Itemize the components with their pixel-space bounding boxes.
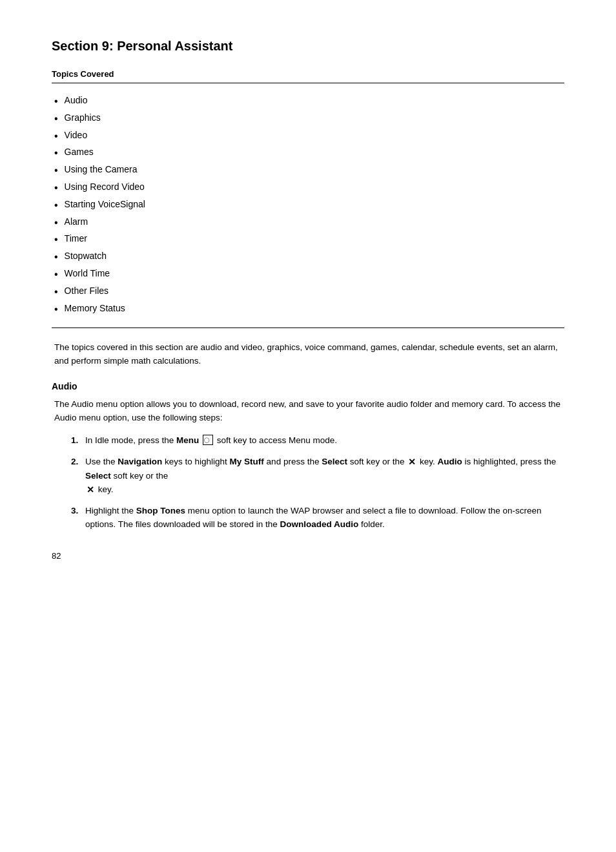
list-item: Alarm — [52, 216, 564, 230]
step-1: 1. In Idle mode, press the Menu ⃝ soft k… — [71, 434, 564, 448]
list-item: Audio — [52, 95, 564, 109]
x-key-icon-2: ✕ — [87, 483, 94, 497]
list-item: Graphics — [52, 112, 564, 126]
downloaded-audio-label: Downloaded Audio — [280, 519, 358, 529]
bottom-divider — [52, 327, 564, 328]
section-title: Section 9: Personal Assistant — [52, 39, 564, 54]
select-label-1: Select — [322, 457, 347, 466]
menu-icon: ⃝ — [203, 435, 213, 445]
list-item: World Time — [52, 268, 564, 282]
list-item: Stopwatch — [52, 251, 564, 264]
audio-body-text: The Audio menu option allows you to down… — [52, 398, 564, 425]
list-item: Using Record Video — [52, 182, 564, 195]
topics-list: Audio Graphics Video Games Using the Cam… — [52, 95, 564, 316]
list-item: Using the Camera — [52, 164, 564, 178]
step-2-number: 2. — [71, 455, 85, 469]
steps-list: 1. In Idle mode, press the Menu ⃝ soft k… — [52, 434, 564, 532]
step-3: 3. Highlight the Shop Tones menu option … — [71, 504, 564, 532]
step-1-content: In Idle mode, press the Menu ⃝ soft key … — [85, 434, 564, 448]
list-item: Starting VoiceSignal — [52, 199, 564, 213]
page-number: 82 — [52, 551, 564, 561]
step-3-content: Highlight the Shop Tones menu option to … — [85, 504, 564, 532]
intro-paragraph: The topics covered in this section are a… — [52, 341, 564, 368]
list-item: Timer — [52, 233, 564, 247]
my-stuff-label: My Stuff — [230, 457, 264, 466]
topics-label: Topics Covered — [52, 69, 564, 79]
list-item: Memory Status — [52, 303, 564, 317]
step-1-number: 1. — [71, 434, 85, 448]
step-2-content: Use the Navigation keys to highlight My … — [85, 455, 564, 497]
list-item: Video — [52, 130, 564, 143]
list-item: Games — [52, 147, 564, 160]
list-item: Other Files — [52, 286, 564, 299]
audio-label: Audio — [438, 457, 462, 466]
top-divider — [52, 83, 564, 83]
step-3-number: 3. — [71, 504, 85, 518]
audio-section-title: Audio — [52, 381, 564, 391]
navigation-label: Navigation — [118, 457, 162, 466]
step-2: 2. Use the Navigation keys to highlight … — [71, 455, 564, 497]
shop-tones-label: Shop Tones — [136, 506, 185, 515]
x-key-icon-1: ✕ — [408, 455, 416, 470]
menu-label: Menu — [176, 435, 199, 445]
page-container: Section 9: Personal Assistant Topics Cov… — [0, 0, 616, 599]
select-label-2: Select — [85, 471, 111, 481]
